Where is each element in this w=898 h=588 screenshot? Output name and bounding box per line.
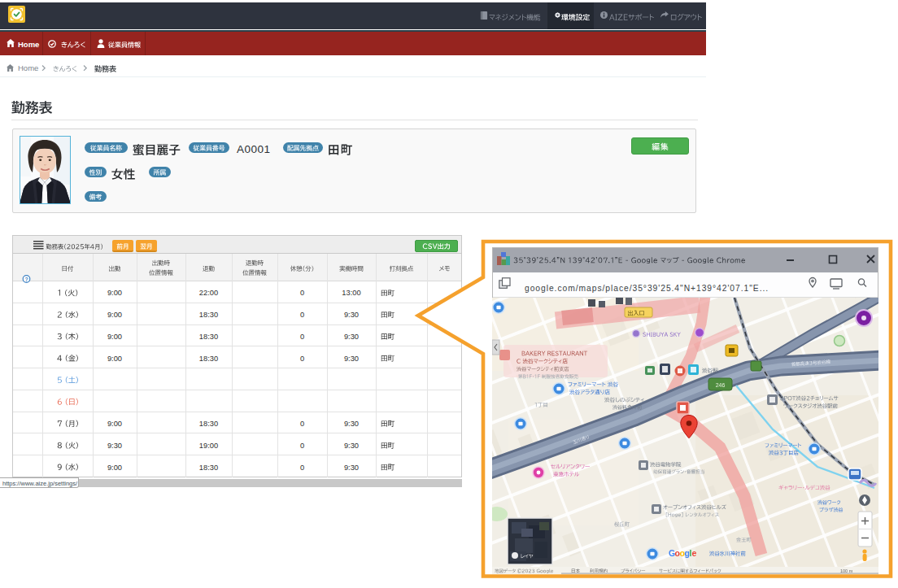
svg-text:100 m: 100 m [840, 568, 853, 573]
svg-text:e: e [691, 548, 696, 558]
svg-text:246: 246 [716, 382, 726, 388]
